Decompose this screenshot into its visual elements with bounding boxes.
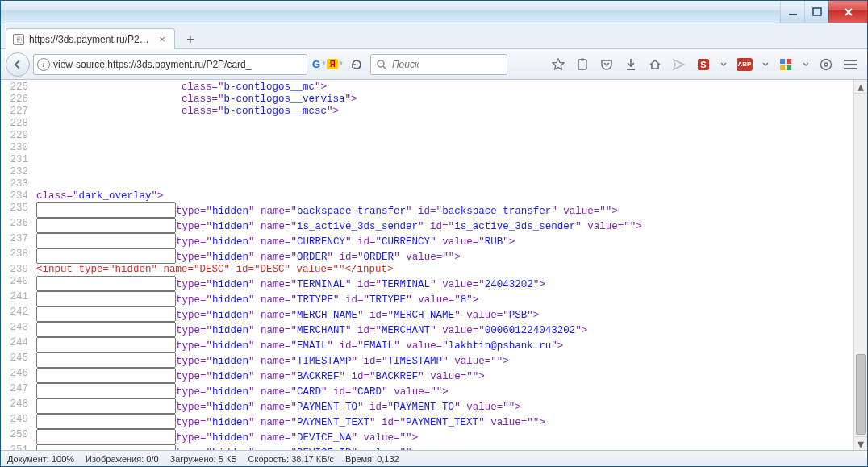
line-number: 238 [1, 248, 36, 264]
status-loaded: Загружено: 5 КБ [170, 454, 237, 464]
line-number: 246 [1, 368, 36, 383]
line-number: 242 [1, 306, 36, 322]
google-toolbar-icon[interactable] [778, 57, 793, 72]
window-titlebar [1, 1, 867, 23]
status-speed: Скорость: 38,17 КБ/с [248, 454, 334, 464]
suite-chevron-icon[interactable] [720, 57, 727, 72]
source-line: 241type="hidden" name="TRTYPE" id="TRTYP… [1, 291, 853, 306]
tab-close-button[interactable]: × [156, 34, 168, 45]
source-line: 248type="hidden" name="PAYMENT_TO" id="P… [1, 398, 853, 414]
svg-text:S: S [700, 60, 706, 69]
line-number: 249 [1, 414, 36, 429]
google-chevron-icon[interactable] [803, 57, 809, 72]
download-icon[interactable] [624, 57, 638, 72]
line-number: 225 [1, 81, 36, 94]
source-line: 237type="hidden" name="CURRENCY" id="CUR… [1, 233, 853, 248]
svg-rect-0 [789, 14, 797, 15]
google-ext-icon[interactable]: G [312, 58, 320, 70]
source-line: 230 [1, 142, 853, 154]
adblock-icon[interactable]: ABP [737, 58, 753, 71]
svg-rect-10 [787, 59, 791, 64]
browser-tab[interactable]: ⎘ https://3ds.payment.ru/P2P/ca... × [6, 28, 175, 49]
bookmark-star-icon[interactable] [551, 57, 565, 72]
line-number: 245 [1, 352, 36, 368]
pocket-icon[interactable] [599, 57, 614, 72]
gear-icon[interactable] [819, 57, 833, 72]
search-bar[interactable] [370, 54, 507, 75]
line-number: 230 [1, 142, 36, 154]
line-number: 241 [1, 291, 36, 306]
line-number: 229 [1, 130, 36, 142]
source-code-view[interactable]: 225 class="b-contlogos__mc">226 class="b… [1, 80, 853, 450]
new-tab-button[interactable]: + [180, 31, 201, 48]
svg-rect-5 [581, 58, 584, 60]
window-close-button[interactable] [828, 1, 867, 23]
source-line: 231 [1, 154, 853, 166]
nav-back-button[interactable] [6, 52, 30, 77]
svg-point-13 [821, 59, 832, 69]
source-line: 238type="hidden" name="ORDER" id="ORDER"… [1, 248, 853, 264]
line-number: 240 [1, 276, 36, 291]
clipboard-icon[interactable] [575, 57, 590, 72]
yandex-ext-icon[interactable]: Я [327, 59, 337, 69]
source-line: 227 class="b-contlogos__mcsc"> [1, 106, 853, 118]
source-line: 250type="hidden" name="DEVICE_NA" value=… [1, 429, 853, 444]
window-minimize-button[interactable] [780, 1, 804, 23]
content-area: 225 class="b-contlogos__mc">226 class="b… [1, 80, 867, 450]
source-line: 240type="hidden" name="TERMINAL" id="TER… [1, 276, 853, 291]
tab-strip: ⎘ https://3ds.payment.ru/P2P/ca... × + [1, 23, 867, 49]
source-line: 232 [1, 166, 853, 178]
scroll-up-button[interactable]: ▴ [854, 80, 867, 94]
scroll-down-button[interactable]: ▾ [854, 436, 867, 450]
status-time: Время: 0,132 [345, 454, 399, 464]
reload-button[interactable] [346, 54, 367, 75]
line-number: 231 [1, 154, 36, 166]
suite-icon[interactable]: S [696, 57, 711, 72]
source-line: 247type="hidden" name="CARD" id="CARD" v… [1, 383, 853, 398]
source-line: 244type="hidden" name="EMAIL" id="EMAIL"… [1, 337, 853, 352]
line-number: 232 [1, 166, 36, 178]
line-number: 235 [1, 202, 36, 218]
window-maximize-button[interactable] [804, 1, 828, 23]
line-number: 239 [1, 264, 36, 276]
svg-rect-12 [787, 65, 791, 70]
toolbar-right-icons: S ABP [551, 57, 862, 72]
search-icon [376, 59, 387, 70]
url-input[interactable] [53, 59, 279, 70]
svg-rect-11 [780, 65, 785, 70]
source-line: 239<input type="hidden" name="DESC" id="… [1, 264, 853, 276]
address-bar[interactable]: i [33, 54, 307, 75]
source-line: 225 class="b-contlogos__mc"> [1, 81, 853, 94]
search-input[interactable] [392, 59, 497, 70]
source-line: 233 [1, 178, 853, 190]
line-number: 236 [1, 218, 36, 233]
svg-rect-1 [813, 8, 821, 15]
source-line: 245type="hidden" name="TIMESTAMP" id="TI… [1, 352, 853, 368]
addressbar-extensions: G * Я * [312, 58, 343, 70]
line-number: 248 [1, 398, 36, 414]
line-number: 250 [1, 429, 36, 444]
line-number: 226 [1, 94, 36, 106]
abp-chevron-icon[interactable] [762, 57, 769, 72]
source-line: 228 [1, 118, 853, 130]
status-document: Документ: 100% [7, 454, 74, 464]
vertical-scrollbar[interactable]: ▴ ▾ [853, 80, 867, 450]
svg-rect-4 [578, 60, 586, 69]
source-line: 226 class="b-contlogos__vervisa"> [1, 94, 853, 106]
line-number: 251 [1, 444, 36, 450]
line-number: 237 [1, 233, 36, 248]
scroll-thumb[interactable] [856, 354, 866, 435]
line-number: 247 [1, 383, 36, 398]
ext-star-2: * [340, 60, 343, 69]
source-line: 234class="dark_overlay"> [1, 190, 853, 202]
site-info-icon[interactable]: i [37, 58, 50, 71]
home-icon[interactable] [648, 57, 662, 72]
line-number: 233 [1, 178, 36, 190]
tab-title: https://3ds.payment.ru/P2P/ca... [29, 34, 152, 45]
source-line: 243type="hidden" name="MERCHANT" id="MER… [1, 322, 853, 337]
svg-point-14 [824, 63, 828, 66]
send-icon[interactable] [672, 57, 686, 72]
source-line: 251type="hidden" name="DEVICE_ID" value=… [1, 444, 853, 450]
menu-button[interactable] [843, 57, 858, 72]
source-line: 246type="hidden" name="BACKREF" id="BACK… [1, 368, 853, 383]
